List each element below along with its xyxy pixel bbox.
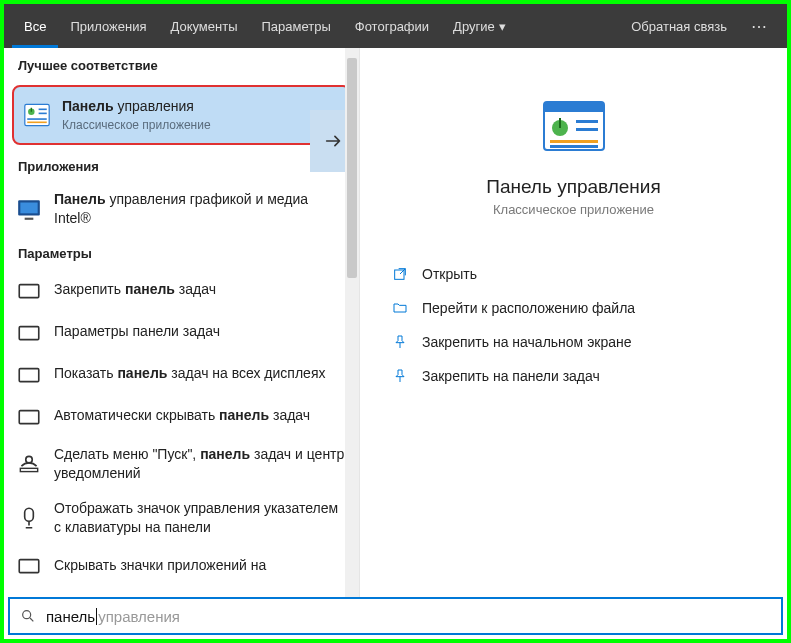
svg-rect-7 <box>20 202 37 213</box>
intel-graphics-icon <box>16 196 42 222</box>
svg-rect-22 <box>550 140 598 143</box>
svg-rect-2 <box>39 109 47 111</box>
svg-rect-9 <box>19 284 39 297</box>
settings-icon <box>16 277 42 303</box>
settings-result[interactable]: Параметры панели задач <box>4 311 359 353</box>
search-suggestion-text: управления <box>98 608 180 625</box>
svg-rect-8 <box>25 218 34 220</box>
arrow-right-icon <box>323 130 345 152</box>
settings-result[interactable]: Автоматически скрывать панель задач <box>4 395 359 437</box>
svg-rect-12 <box>19 410 39 423</box>
svg-rect-15 <box>25 508 34 521</box>
preview-icon <box>542 98 606 158</box>
svg-rect-14 <box>20 468 37 471</box>
svg-rect-10 <box>19 326 39 339</box>
tab-apps[interactable]: Приложения <box>58 4 158 48</box>
tab-settings[interactable]: Параметры <box>249 4 342 48</box>
result-control-panel[interactable]: Панель управления Классическое приложени… <box>12 85 351 145</box>
tab-more[interactable]: Другие▾ <box>441 4 518 48</box>
scrollbar[interactable] <box>345 48 359 599</box>
action-pin-start[interactable]: Закрепить на начальном экране <box>388 325 759 359</box>
folder-icon <box>392 300 408 316</box>
top-tabs: Все Приложения Документы Параметры Фотог… <box>4 4 787 48</box>
tab-docs[interactable]: Документы <box>158 4 249 48</box>
tab-all[interactable]: Все <box>12 4 58 48</box>
open-icon <box>392 266 408 282</box>
svg-point-25 <box>23 611 31 619</box>
settings-icon <box>16 403 42 429</box>
svg-rect-4 <box>27 118 47 120</box>
text-caret <box>96 608 97 625</box>
preview-panel: Панель управления Классическое приложени… <box>360 48 787 599</box>
tab-photos[interactable]: Фотографии <box>343 4 441 48</box>
section-apps: Приложения <box>4 149 359 182</box>
preview-subtitle: Классическое приложение <box>388 202 759 217</box>
search-typed-text: панель <box>46 608 95 625</box>
svg-rect-3 <box>39 113 47 115</box>
pin-taskbar-icon <box>392 368 408 384</box>
pin-start-icon <box>392 334 408 350</box>
settings-result[interactable]: Скрывать значки приложений на <box>4 544 359 586</box>
section-settings: Параметры <box>4 236 359 269</box>
settings-result[interactable]: Закрепить панель задач <box>4 269 359 311</box>
more-menu-button[interactable]: ⋯ <box>739 17 779 36</box>
settings-icon <box>16 319 42 345</box>
results-panel: Лучшее соответствие Панель управления Кл… <box>4 48 360 599</box>
search-icon <box>20 608 36 624</box>
tab-feedback[interactable]: Обратная связь <box>619 4 739 48</box>
svg-rect-21 <box>576 128 598 131</box>
settings-result[interactable]: Показать панель задач на всех дисплеях <box>4 353 359 395</box>
settings-icon <box>16 451 42 477</box>
settings-icon <box>16 505 42 531</box>
settings-icon <box>16 361 42 387</box>
action-pin-taskbar[interactable]: Закрепить на панели задач <box>388 359 759 393</box>
action-file-location[interactable]: Перейти к расположению файла <box>388 291 759 325</box>
control-panel-icon <box>24 102 50 128</box>
svg-rect-18 <box>544 102 604 112</box>
svg-rect-16 <box>19 560 39 573</box>
settings-result[interactable]: Сделать меню "Пуск", панель задач и цент… <box>4 437 359 491</box>
svg-rect-20 <box>576 120 598 123</box>
settings-result[interactable]: Отображать значок управления указателем … <box>4 491 359 545</box>
preview-title: Панель управления <box>388 176 759 198</box>
action-open[interactable]: Открыть <box>388 257 759 291</box>
svg-rect-5 <box>27 122 47 124</box>
svg-rect-11 <box>19 368 39 381</box>
scrollbar-thumb[interactable] <box>347 58 357 278</box>
chevron-down-icon: ▾ <box>499 19 506 34</box>
svg-point-13 <box>26 456 33 463</box>
settings-icon <box>16 552 42 578</box>
result-intel-graphics[interactable]: Панель управления графикой и медиа Intel… <box>4 182 359 236</box>
section-best-match: Лучшее соответствие <box>4 48 359 81</box>
svg-rect-23 <box>550 145 598 148</box>
search-input[interactable]: панель управления <box>8 597 783 635</box>
